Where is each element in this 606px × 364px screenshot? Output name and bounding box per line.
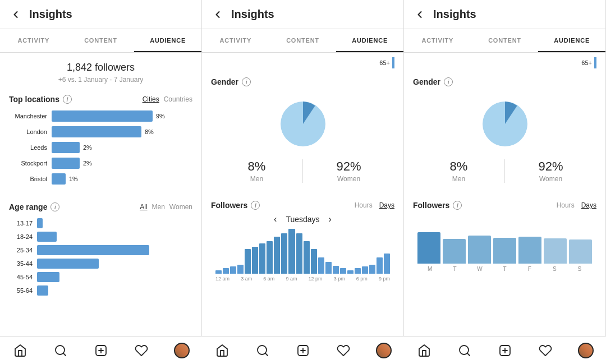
days-toggle-3[interactable]: Days bbox=[581, 201, 596, 209]
age-range-title: Age range bbox=[9, 202, 47, 211]
wlabel-t1: T bbox=[442, 266, 467, 272]
tab-audience-2[interactable]: AUDIENCE bbox=[336, 29, 403, 52]
hbar-2 bbox=[230, 266, 236, 274]
cities-toggle[interactable]: Cities bbox=[143, 95, 159, 103]
bar-track-london: 8% bbox=[52, 126, 192, 137]
back-button-3[interactable] bbox=[413, 8, 426, 21]
week-labels-3: M T W T F S S bbox=[415, 264, 594, 272]
tab-audience-1[interactable]: AUDIENCE bbox=[134, 29, 201, 52]
wbar-t1 bbox=[443, 239, 466, 264]
wlabel-t2: T bbox=[492, 266, 517, 272]
hbar-7 bbox=[267, 241, 273, 274]
locations-bar-chart: Manchester 9% London 8% Leeds bbox=[0, 108, 201, 196]
age-chart: 13-17 18-24 25-34 35-44 45-54 bbox=[0, 216, 201, 306]
add-icon-1[interactable] bbox=[93, 343, 109, 358]
women-toggle[interactable]: Women bbox=[169, 203, 192, 211]
tab-content-2[interactable]: CONTENT bbox=[269, 29, 337, 52]
search-icon-2[interactable] bbox=[255, 343, 270, 358]
heart-icon-3[interactable] bbox=[538, 343, 553, 358]
hours-toggle-2[interactable]: Hours bbox=[355, 201, 373, 209]
wbar-s2 bbox=[569, 239, 592, 264]
day-label-2: Tuesdays bbox=[286, 215, 319, 224]
avatar-3 bbox=[578, 343, 594, 358]
back-button-1[interactable] bbox=[9, 8, 22, 21]
bar-pct-bristol: 1% bbox=[69, 176, 78, 182]
followers-title-row-2: Followers i bbox=[211, 201, 260, 210]
women-stat-2: 92% Women bbox=[303, 155, 394, 187]
hbar-21 bbox=[369, 265, 375, 274]
age-row-25: 25-34 bbox=[9, 245, 192, 255]
prev-day-2[interactable]: ‹ bbox=[274, 214, 277, 224]
hbar-5 bbox=[252, 247, 258, 274]
age-bar-55 bbox=[37, 285, 48, 296]
heart-icon-1[interactable] bbox=[134, 343, 149, 358]
days-toggle-2[interactable]: Days bbox=[379, 201, 394, 209]
men-pct-3: 8% bbox=[413, 159, 504, 174]
tab-content-1[interactable]: CONTENT bbox=[67, 29, 135, 52]
bar-track-manchester: 9% bbox=[52, 110, 192, 122]
age-label-25: 25-34 bbox=[9, 247, 33, 254]
content-1: 1,842 followers +6 vs. 1 January - 7 Jan… bbox=[0, 53, 201, 364]
bar-row-stockport: Stockport 2% bbox=[9, 158, 192, 169]
men-name-2: Men bbox=[211, 175, 302, 183]
top-age-area-3: 65+ bbox=[404, 53, 605, 71]
bottom-nav-3 bbox=[404, 336, 606, 364]
time-toggle-3: Hours Days bbox=[557, 201, 596, 209]
tab-activity-3[interactable]: ACTIVITY bbox=[404, 29, 471, 52]
bar-row-london: London 8% bbox=[9, 126, 192, 137]
gender-stats-2: 8% Men 92% Women bbox=[211, 155, 394, 187]
add-icon-2[interactable] bbox=[295, 343, 311, 358]
women-pct-3: 92% bbox=[505, 159, 596, 174]
gender-pie-3 bbox=[474, 93, 536, 155]
hlabel-6pm: 6 pm bbox=[356, 276, 368, 282]
top-age-label-2: 65+ bbox=[379, 59, 390, 66]
avatar-1 bbox=[174, 343, 190, 358]
hbar-9 bbox=[281, 233, 287, 274]
wbar-f bbox=[518, 237, 541, 264]
gender-title-3: Gender bbox=[413, 77, 440, 86]
tab-content-3[interactable]: CONTENT bbox=[471, 29, 539, 52]
top-locations-header: Top locations i Cities Countries bbox=[0, 88, 201, 108]
men-toggle[interactable]: Men bbox=[152, 203, 165, 211]
followers-info-icon-2[interactable]: i bbox=[251, 201, 260, 210]
avatar-icon-1[interactable] bbox=[174, 343, 190, 358]
bar-label-stockport: Stockport bbox=[9, 160, 47, 167]
add-icon-3[interactable] bbox=[497, 343, 513, 358]
followers-section-2: Followers i Hours Days ‹ Tuesdays › bbox=[202, 194, 403, 286]
heart-icon-2[interactable] bbox=[336, 343, 351, 358]
age-label-45: 45-54 bbox=[9, 274, 33, 280]
hbar-12 bbox=[304, 241, 310, 274]
search-icon-1[interactable] bbox=[53, 343, 68, 358]
tab-activity-1[interactable]: ACTIVITY bbox=[0, 29, 67, 52]
all-toggle[interactable]: All bbox=[140, 203, 147, 211]
avatar-icon-2[interactable] bbox=[376, 343, 392, 358]
wbar-w bbox=[468, 236, 491, 264]
content-3: 65+ Gender i bbox=[404, 53, 605, 364]
women-name-2: Women bbox=[303, 175, 394, 183]
home-icon-1[interactable] bbox=[12, 343, 28, 358]
top-locations-info-icon[interactable]: i bbox=[63, 95, 72, 104]
avatar-icon-3[interactable] bbox=[578, 343, 594, 358]
hlabel-12pm: 12 pm bbox=[309, 276, 323, 282]
time-toggle-2: Hours Days bbox=[355, 201, 394, 209]
next-day-2[interactable]: › bbox=[329, 214, 332, 224]
gender-title-2: Gender bbox=[211, 77, 238, 86]
home-icon-2[interactable] bbox=[214, 343, 230, 358]
home-icon-3[interactable] bbox=[416, 343, 432, 358]
content-2: 65+ Gender i bbox=[202, 53, 403, 364]
men-stat-3: 8% Men bbox=[413, 155, 504, 187]
hbar-15 bbox=[325, 262, 332, 274]
gender-info-icon-2[interactable]: i bbox=[242, 77, 251, 86]
followers-title-2: Followers bbox=[211, 201, 247, 210]
hbar-18 bbox=[347, 270, 354, 274]
age-range-info-icon[interactable]: i bbox=[50, 202, 59, 211]
hbar-10 bbox=[288, 229, 295, 274]
search-icon-3[interactable] bbox=[457, 343, 472, 358]
gender-info-icon-3[interactable]: i bbox=[444, 77, 453, 86]
hours-toggle-3[interactable]: Hours bbox=[557, 201, 575, 209]
tab-audience-3[interactable]: AUDIENCE bbox=[538, 29, 605, 52]
tab-activity-2[interactable]: ACTIVITY bbox=[202, 29, 269, 52]
followers-info-icon-3[interactable]: i bbox=[453, 201, 462, 210]
back-button-2[interactable] bbox=[211, 8, 224, 21]
countries-toggle[interactable]: Countries bbox=[164, 95, 192, 103]
